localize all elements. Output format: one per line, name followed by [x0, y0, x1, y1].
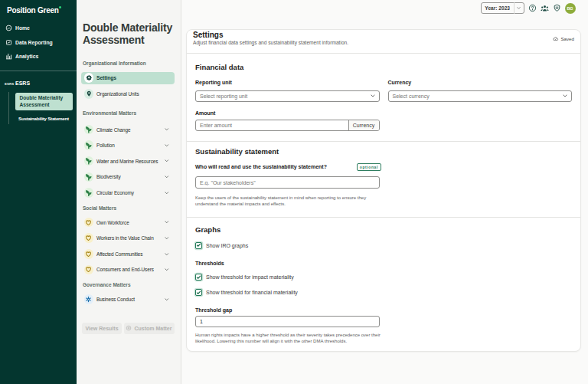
- sidebar-item-label: Home: [15, 25, 30, 31]
- panel-item-label: Business Conduct: [96, 297, 135, 302]
- primary-sidebar: Position Green Home Data Reporting Analy…: [0, 0, 77, 384]
- divider: [187, 53, 580, 54]
- main-area: Year: 2023 BG Settings Adjust financial …: [181, 0, 588, 384]
- sidebar-item-sustainability-statement[interactable]: Sustainability Statement: [18, 116, 69, 121]
- chevron-down-icon[interactable]: [164, 235, 170, 241]
- amount-input-group: Currency: [195, 120, 380, 131]
- iro-graphs-checkbox[interactable]: [195, 242, 202, 249]
- heart-icon: [84, 265, 94, 275]
- check-icon: [196, 290, 201, 296]
- esrs-logo-icon: ESRS: [5, 82, 14, 86]
- sidebar-item-esrs[interactable]: ESRS ESRS: [0, 80, 77, 90]
- chevron-down-icon: [514, 5, 524, 11]
- sidebar-item-home[interactable]: Home: [0, 23, 77, 34]
- iro-graphs-checkbox-row: Show IRO graphs: [195, 242, 572, 249]
- threshold-gap-label: Threshold gap: [195, 307, 572, 313]
- plus-circle-icon: [126, 325, 132, 331]
- tree-guide-line: [8, 92, 9, 124]
- panel-item-label: Own Workforce: [96, 220, 129, 225]
- panel-item-label: Settings: [96, 75, 116, 80]
- environment-icon: [84, 140, 94, 150]
- avatar[interactable]: BG: [565, 3, 576, 14]
- sidebar-item-data-reporting[interactable]: Data Reporting: [0, 37, 77, 48]
- chevron-down-icon[interactable]: [164, 143, 170, 149]
- panel-item-label: Water and Marine Resources: [96, 159, 158, 164]
- page-title: Settings: [193, 31, 574, 39]
- panel-item-label: Workers in the Value Chain: [96, 235, 154, 241]
- chevron-down-icon[interactable]: [164, 174, 170, 180]
- environment-icon: [84, 172, 94, 182]
- chevron-down-icon[interactable]: [164, 158, 170, 164]
- app-window: Position Green Home Data Reporting Analy…: [0, 0, 588, 384]
- panel-item-affected-communities[interactable]: Affected Communities: [81, 248, 175, 261]
- panel-item-label: Affected Communities: [96, 251, 142, 257]
- section-label-governance-matters: Governance Matters: [83, 282, 131, 287]
- reporting-unit-placeholder: Select reporting unit: [196, 94, 247, 99]
- cloud-check-icon: [553, 36, 559, 42]
- heart-icon: [84, 218, 94, 228]
- chevron-down-icon[interactable]: [164, 126, 170, 133]
- panel-item-pollution[interactable]: Pollution: [81, 139, 175, 152]
- environment-icon: [84, 156, 94, 166]
- divider: [187, 217, 580, 218]
- impact-threshold-checkbox-row: Show threshold for impact materiality: [195, 274, 572, 281]
- section-heading-graphs: Graphs: [195, 225, 572, 234]
- section-heading-sustainability-statement: Sustainability statement: [195, 147, 572, 156]
- sidebar-item-label: Analytics: [15, 54, 38, 59]
- panel-item-water-and-marine-resources[interactable]: Water and Marine Resources: [81, 155, 175, 167]
- panel-item-climate-change[interactable]: Climate Change: [81, 123, 175, 136]
- admin-shield-icon[interactable]: [553, 4, 561, 12]
- thresholds-label: Thresholds: [195, 260, 572, 267]
- chevron-down-icon[interactable]: [164, 267, 170, 273]
- threshold-gap-help-text: Human rights impacts have a higher thres…: [195, 332, 382, 352]
- panel-item-workers-in-the-value-chain[interactable]: Workers in the Value Chain: [81, 232, 175, 245]
- secondary-sidebar: Double Materiality Assessment Organizati…: [77, 0, 181, 384]
- chevron-down-icon[interactable]: [164, 219, 170, 225]
- chevron-down-icon: [562, 93, 568, 99]
- card-body: Financial data Reporting unit Select rep…: [187, 63, 580, 352]
- reporting-unit-select[interactable]: Select reporting unit: [195, 90, 380, 102]
- card-header: Settings Adjust financial data settings …: [187, 30, 580, 53]
- panel-item-label: Pollution: [96, 143, 115, 148]
- chevron-down-icon[interactable]: [164, 297, 170, 303]
- custom-matter-button[interactable]: Custom Matter: [124, 323, 175, 334]
- panel-item-label: Biodiversity: [96, 174, 120, 179]
- threshold-gap-input[interactable]: [195, 316, 380, 327]
- financial-threshold-checkbox[interactable]: [195, 289, 202, 296]
- amount-currency-addon: Currency: [348, 120, 379, 130]
- panel-item-consumers-and-end-users[interactable]: Consumers and End-Users: [81, 264, 175, 276]
- panel-item-label: Circular Economy: [96, 190, 134, 195]
- chevron-down-icon[interactable]: [164, 190, 170, 196]
- year-select[interactable]: Year: 2023: [481, 2, 524, 15]
- help-icon[interactable]: [528, 4, 537, 12]
- currency-select[interactable]: Select currency: [388, 90, 573, 102]
- sidebar-item-analytics[interactable]: Analytics: [0, 51, 77, 62]
- heart-icon: [84, 233, 94, 243]
- environment-icon: [84, 125, 94, 135]
- gear-icon: [84, 73, 94, 83]
- panel-item-settings[interactable]: Settings: [81, 72, 175, 84]
- view-results-button[interactable]: View Results: [82, 323, 122, 334]
- panel-item-circular-economy[interactable]: Circular Economy: [81, 187, 175, 199]
- panel-item-label: Climate Change: [96, 127, 130, 133]
- brand-logo[interactable]: Position Green: [7, 6, 61, 15]
- panel-item-own-workforce[interactable]: Own Workforce: [81, 216, 175, 228]
- saved-label: Saved: [560, 36, 574, 41]
- page-subtitle: Adjust financial data settings and susta…: [193, 40, 574, 46]
- impact-threshold-checkbox[interactable]: [195, 274, 202, 281]
- panel-item-business-conduct[interactable]: Business Conduct: [81, 294, 175, 306]
- amount-input[interactable]: [196, 120, 348, 130]
- panel-item-organizational-units[interactable]: Organizational Units: [81, 87, 175, 100]
- sidebar-divider: [0, 71, 77, 71]
- chevron-down-icon[interactable]: [164, 251, 170, 258]
- section-label-social-matters: Social Matters: [83, 205, 116, 211]
- statement-input[interactable]: [195, 176, 380, 189]
- panel-item-biodiversity[interactable]: Biodiversity: [81, 171, 175, 183]
- divider: [187, 141, 580, 142]
- financial-threshold-checkbox-row: Show threshold for financial materiality: [195, 289, 572, 296]
- sidebar-item-double-materiality-assessment[interactable]: Double Materiality Assessment: [15, 93, 73, 110]
- section-label-organizational-information: Organizational Information: [83, 61, 146, 66]
- esrs-label: ESRS: [15, 80, 30, 86]
- community-icon[interactable]: [541, 4, 549, 12]
- view-results-label: View Results: [85, 326, 118, 331]
